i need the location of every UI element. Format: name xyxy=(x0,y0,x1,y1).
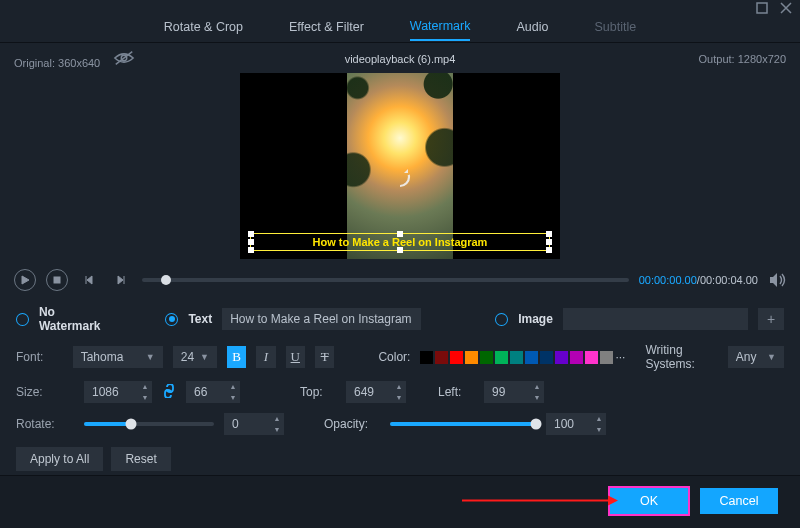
text-watermark-label: Text xyxy=(188,312,212,326)
radio-image-watermark[interactable] xyxy=(495,313,508,326)
annotation-arrow-icon xyxy=(460,494,620,511)
timeline-slider[interactable] xyxy=(142,278,629,282)
add-image-button[interactable]: + xyxy=(758,308,784,330)
spin-down[interactable]: ▼ xyxy=(392,392,406,403)
color-swatch[interactable] xyxy=(465,351,478,364)
font-family-select[interactable]: Tahoma▼ xyxy=(73,346,163,368)
rotate-label: Rotate: xyxy=(16,417,74,431)
reset-button[interactable]: Reset xyxy=(111,447,170,471)
no-watermark-label: No Watermark xyxy=(39,305,120,333)
stop-button[interactable] xyxy=(46,269,68,291)
spin-up[interactable]: ▲ xyxy=(530,381,544,392)
radio-text-watermark[interactable] xyxy=(165,313,178,326)
color-swatch[interactable] xyxy=(585,351,598,364)
spin-down[interactable]: ▼ xyxy=(138,392,152,403)
loading-spinner-icon xyxy=(388,165,412,189)
original-size: Original: 360x640 xyxy=(14,49,135,69)
spin-up[interactable]: ▲ xyxy=(270,413,284,424)
maximize-icon[interactable] xyxy=(756,2,768,17)
underline-button[interactable]: U xyxy=(286,346,305,368)
bold-button[interactable]: B xyxy=(227,346,246,368)
color-swatch[interactable] xyxy=(450,351,463,364)
rotate-slider[interactable] xyxy=(84,422,214,426)
top-label: Top: xyxy=(300,385,336,399)
opacity-label: Opacity: xyxy=(324,417,380,431)
left-label: Left: xyxy=(438,385,474,399)
more-colors-button[interactable]: ··· xyxy=(615,350,625,364)
time-display: 00:00:00.00/00:00:04.00 xyxy=(639,274,758,286)
spin-up[interactable]: ▲ xyxy=(226,381,240,392)
writing-systems-select[interactable]: Any▼ xyxy=(728,346,784,368)
tab-subtitle[interactable]: Subtitle xyxy=(594,20,636,40)
text-watermark-input[interactable] xyxy=(222,308,421,330)
top-input[interactable] xyxy=(346,381,392,403)
watermark-overlay[interactable]: How to Make a Reel on Instagram xyxy=(250,233,550,251)
color-swatch[interactable] xyxy=(555,351,568,364)
apply-to-all-button[interactable]: Apply to All xyxy=(16,447,103,471)
size-width-input[interactable] xyxy=(84,381,138,403)
spin-down[interactable]: ▼ xyxy=(530,392,544,403)
video-preview[interactable]: How to Make a Reel on Instagram xyxy=(240,73,560,259)
svg-rect-4 xyxy=(54,277,60,283)
spin-up[interactable]: ▲ xyxy=(138,381,152,392)
color-label: Color: xyxy=(378,350,410,364)
color-swatch[interactable] xyxy=(600,351,613,364)
play-button[interactable] xyxy=(14,269,36,291)
link-aspect-icon[interactable] xyxy=(162,384,176,401)
opacity-slider[interactable] xyxy=(390,422,536,426)
prev-frame-button[interactable] xyxy=(78,269,100,291)
cancel-button[interactable]: Cancel xyxy=(700,488,778,514)
font-size-select[interactable]: 24▼ xyxy=(173,346,217,368)
color-swatches: ··· xyxy=(420,350,625,364)
left-input[interactable] xyxy=(484,381,530,403)
italic-button[interactable]: I xyxy=(256,346,275,368)
size-height-input[interactable] xyxy=(186,381,226,403)
writing-systems-label: Writing Systems: xyxy=(645,343,717,371)
main-tabs: Rotate & Crop Effect & Filter Watermark … xyxy=(0,18,800,43)
spin-down[interactable]: ▼ xyxy=(226,392,240,403)
tab-effect-filter[interactable]: Effect & Filter xyxy=(289,20,364,40)
tab-rotate-crop[interactable]: Rotate & Crop xyxy=(164,20,243,40)
color-swatch[interactable] xyxy=(570,351,583,364)
strikethrough-button[interactable]: T xyxy=(315,346,334,368)
next-frame-button[interactable] xyxy=(110,269,132,291)
volume-icon[interactable] xyxy=(768,271,786,289)
image-watermark-label: Image xyxy=(518,312,553,326)
spin-up[interactable]: ▲ xyxy=(592,413,606,424)
opacity-input[interactable] xyxy=(546,413,592,435)
image-watermark-input[interactable] xyxy=(563,308,748,330)
font-label: Font: xyxy=(16,350,63,364)
svg-rect-0 xyxy=(757,3,767,13)
color-swatch[interactable] xyxy=(495,351,508,364)
filename: videoplayback (6).mp4 xyxy=(345,53,456,65)
tab-audio[interactable]: Audio xyxy=(516,20,548,40)
color-swatch[interactable] xyxy=(525,351,538,364)
tab-watermark[interactable]: Watermark xyxy=(410,19,471,41)
spin-down[interactable]: ▼ xyxy=(270,424,284,435)
svg-point-3 xyxy=(391,168,409,186)
spin-down[interactable]: ▼ xyxy=(592,424,606,435)
close-icon[interactable] xyxy=(780,2,792,17)
toggle-preview-icon[interactable] xyxy=(113,49,135,69)
color-swatch[interactable] xyxy=(480,351,493,364)
output-size: Output: 1280x720 xyxy=(699,53,786,65)
ok-button[interactable]: OK xyxy=(610,488,688,514)
radio-no-watermark[interactable] xyxy=(16,313,29,326)
size-label: Size: xyxy=(16,385,74,399)
color-swatch[interactable] xyxy=(420,351,433,364)
rotate-input[interactable] xyxy=(224,413,270,435)
color-swatch[interactable] xyxy=(435,351,448,364)
color-swatch[interactable] xyxy=(540,351,553,364)
color-swatch[interactable] xyxy=(510,351,523,364)
spin-up[interactable]: ▲ xyxy=(392,381,406,392)
